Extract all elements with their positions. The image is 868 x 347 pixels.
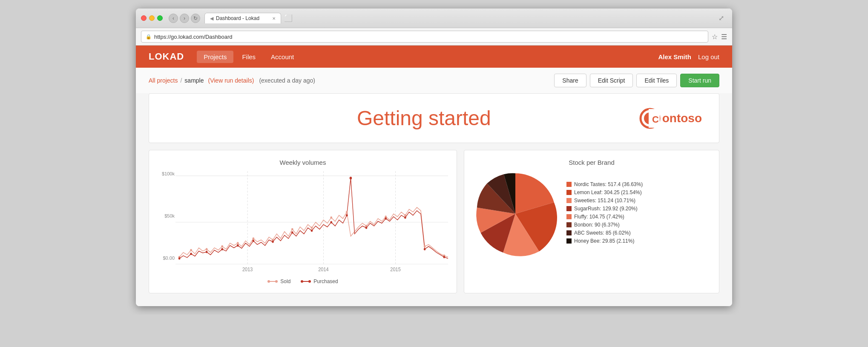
view-run-details-link[interactable]: (View run details) (208, 77, 254, 84)
logo: LOKAD (149, 51, 184, 62)
ssl-icon: 🔒 (146, 34, 152, 40)
new-tab-button[interactable]: ⬜ (284, 14, 293, 23)
maximize-button[interactable] (157, 15, 163, 21)
svg-point-39 (385, 218, 387, 220)
main-content: Getting started C ontoso Weekly volum (136, 93, 732, 306)
svg-point-26 (178, 257, 181, 259)
pie-legend-item-0: Nordic Tastes: 517.4 (36.63%) (566, 181, 643, 187)
share-button[interactable]: Share (554, 74, 586, 87)
pie-label-1: Lemon Leaf: 304.25 (21.54%) (574, 189, 642, 195)
svg-point-24 (424, 245, 426, 247)
pie-color-0 (566, 182, 572, 187)
svg-point-20 (346, 211, 348, 213)
svg-point-27 (190, 252, 192, 255)
traffic-lights (141, 15, 163, 21)
refresh-button[interactable]: ↻ (191, 14, 200, 23)
svg-text:2013: 2013 (242, 266, 253, 272)
pie-chart-title: Stock per Brand (473, 159, 710, 166)
bookmark-icon[interactable]: ☆ (712, 33, 718, 41)
svg-point-18 (311, 227, 313, 229)
browser-tab[interactable]: ◀ Dashboard - Lokad ✕ (204, 13, 281, 23)
contoso-logo: C ontoso (639, 108, 702, 129)
svg-point-37 (350, 177, 352, 180)
pie-label-7: Honey Bee: 29.85 (2.11%) (574, 238, 634, 244)
svg-point-35 (330, 221, 332, 223)
minimize-button[interactable] (149, 15, 155, 21)
logout-button[interactable]: Log out (698, 53, 719, 60)
pie-legend-item-2: Sweeties: 151.24 (10.71%) (566, 198, 643, 204)
breadcrumb-bar: All projects / sample (View run details)… (136, 68, 732, 93)
svg-point-19 (330, 216, 332, 218)
svg-point-40 (404, 216, 406, 218)
svg-point-41 (424, 248, 426, 250)
browser-window: ‹ › ↻ ◀ Dashboard - Lokad ✕ ⬜ ⤢ 🔒 https:… (136, 9, 732, 306)
pie-color-6 (566, 230, 572, 235)
svg-point-38 (365, 227, 368, 229)
svg-text:2015: 2015 (390, 266, 401, 272)
nav-projects[interactable]: Projects (197, 51, 233, 63)
svg-point-13 (221, 245, 223, 247)
svg-point-33 (291, 231, 293, 233)
browser-nav: ‹ › ↻ (169, 14, 200, 23)
weekly-volumes-title: Weekly volumes (158, 159, 448, 166)
edit-tiles-button[interactable]: Edit Tiles (636, 74, 677, 87)
pie-legend-item-1: Lemon Leaf: 304.25 (21.54%) (566, 189, 643, 195)
svg-point-17 (291, 228, 293, 230)
stock-per-brand-chart: Stock per Brand (464, 150, 719, 293)
svg-point-42 (443, 256, 445, 258)
address-bar[interactable]: 🔒 https://go.lokad.com/Dashboard (141, 31, 708, 43)
nav-account[interactable]: Account (264, 51, 301, 63)
pie-label-2: Sweeties: 151.24 (10.71%) (574, 198, 635, 204)
contoso-text: ontoso (662, 112, 702, 125)
breadcrumb-project: sample (184, 77, 204, 84)
nav-right: Alex Smith Log out (658, 53, 719, 60)
svg-point-34 (311, 229, 313, 232)
svg-point-23 (404, 214, 406, 216)
nav-links: Projects Files Account (197, 51, 658, 63)
menu-icon[interactable]: ☰ (721, 33, 727, 41)
legend-purchased: Purchased (301, 278, 338, 284)
pie-label-0: Nordic Tastes: 517.4 (36.63%) (574, 181, 643, 187)
legend-purchased-label: Purchased (313, 278, 338, 284)
pie-chart-svg (473, 171, 558, 256)
svg-point-14 (237, 242, 239, 244)
back-button[interactable]: ‹ (169, 14, 178, 23)
tab-close-icon[interactable]: ✕ (272, 16, 276, 21)
app-body: LOKAD Projects Files Account Alex Smith … (136, 46, 732, 306)
action-buttons: Share Edit Script Edit Tiles Start run (554, 74, 719, 87)
browser-titlebar: ‹ › ↻ ◀ Dashboard - Lokad ✕ ⬜ ⤢ (136, 9, 732, 28)
toolbar-icons: ☆ ☰ (712, 33, 727, 41)
nav-files[interactable]: Files (235, 51, 262, 63)
y-label-0: $0.00 (163, 255, 175, 261)
execution-date: (executed a day ago) (259, 77, 315, 84)
pie-color-7 (566, 238, 572, 244)
forward-button[interactable]: › (180, 14, 189, 23)
svg-point-36 (346, 214, 348, 216)
pie-legend: Nordic Tastes: 517.4 (36.63%) Lemon Leaf… (566, 181, 643, 246)
charts-row: Weekly volumes $100k $50k $0.00 (149, 150, 719, 293)
nav-username: Alex Smith (658, 53, 691, 60)
edit-script-button[interactable]: Edit Script (590, 74, 633, 87)
pie-legend-item-6: ABC Sweets: 85 (6.02%) (566, 230, 643, 236)
close-button[interactable] (141, 15, 147, 21)
chart-legend: Sold Purchased (158, 278, 448, 284)
svg-point-11 (190, 249, 192, 251)
pie-chart-container: Nordic Tastes: 517.4 (36.63%) Lemon Leaf… (473, 171, 710, 256)
pie-color-4 (566, 214, 572, 219)
svg-point-29 (221, 248, 223, 250)
tab-bar: ◀ Dashboard - Lokad ✕ ⬜ (204, 13, 714, 23)
breadcrumb-all-projects[interactable]: All projects (149, 77, 178, 84)
legend-sold-label: Sold (280, 278, 290, 284)
breadcrumb: All projects / sample (View run details)… (149, 77, 315, 84)
pie-label-5: Bonbon: 90 (6.37%) (574, 222, 620, 228)
line-chart-svg: 2013 2014 2015 (175, 171, 448, 273)
svg-point-15 (253, 237, 255, 239)
y-label-50k: $50k (164, 213, 175, 218)
start-run-button[interactable]: Start run (680, 74, 719, 87)
weekly-volumes-chart: Weekly volumes $100k $50k $0.00 (149, 150, 457, 293)
window-resize-icon[interactable]: ⤢ (719, 14, 727, 22)
header-tile: Getting started C ontoso (149, 93, 719, 143)
pie-color-2 (566, 198, 572, 203)
pie-legend-item-5: Bonbon: 90 (6.37%) (566, 222, 643, 228)
pie-legend-item-4: Fluffy: 104.75 (7.42%) (566, 214, 643, 220)
